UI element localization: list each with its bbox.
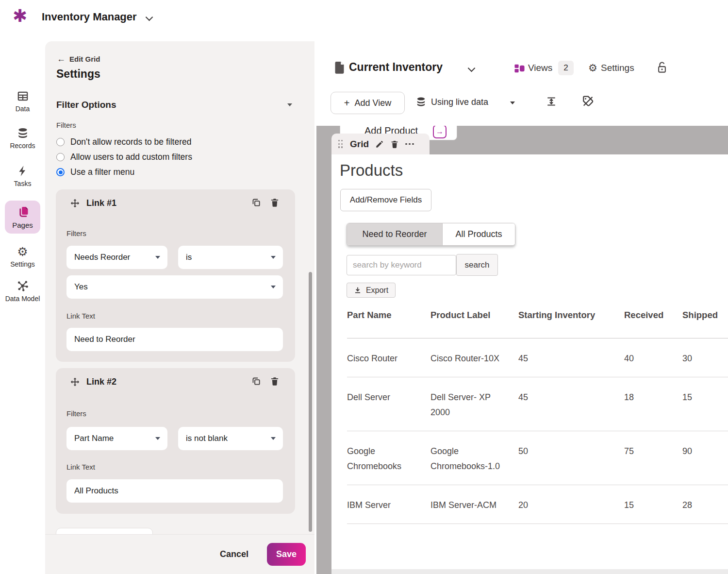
field-select[interactable]: Needs Reorder (66, 246, 167, 269)
table-cell: 40 (624, 351, 682, 366)
sidebar-item-label: Settings (0, 260, 45, 268)
add-remove-fields-button[interactable]: Add/Remove Fields (340, 189, 431, 211)
gear-icon: ⚙ (588, 61, 597, 75)
search-input[interactable] (347, 255, 456, 275)
hide-tag-icon[interactable] (581, 95, 595, 108)
table-cell: 15 (682, 390, 711, 420)
database-icon (17, 127, 29, 139)
radio-option-custom-filters[interactable]: Allow users to add custom filters (56, 152, 192, 162)
chevron-down-icon (155, 437, 160, 440)
table-cell: 28 (682, 498, 711, 513)
table-row: Cisco RouterCisco Router-10X454030 (347, 338, 728, 377)
sidebar-item-label: Data Model (0, 295, 45, 303)
link-text-label: Link Text (66, 312, 95, 320)
table-body: Cisco RouterCisco Router-10X454030Dell S… (347, 338, 728, 524)
collapse-caret-icon[interactable] (287, 103, 292, 106)
sidebar-item-pages[interactable]: Pages (5, 201, 40, 234)
radio-icon (56, 153, 65, 161)
radio-option-no-filter[interactable]: Don't allow records to be filtered (56, 137, 191, 147)
save-button[interactable]: Save (267, 543, 306, 566)
chevron-down-icon (155, 256, 160, 259)
panel-footer: Cancel Save (45, 534, 314, 574)
column-header: Product Label (430, 310, 518, 321)
radio-option-filter-menu[interactable]: Use a filter menu (56, 167, 134, 177)
unlock-icon[interactable] (657, 61, 667, 74)
download-icon (354, 287, 362, 294)
trash-icon[interactable] (270, 198, 280, 207)
header-settings-button[interactable]: Settings (601, 63, 634, 73)
app-logo-asterisk-icon[interactable]: ✱ (13, 6, 27, 26)
database-icon (415, 96, 427, 107)
edit-pencil-icon[interactable] (375, 140, 384, 149)
sidebar-item-tasks[interactable]: Tasks (0, 165, 45, 187)
back-label: Edit Grid (69, 55, 100, 63)
duplicate-icon[interactable] (251, 376, 261, 386)
data-source-selector[interactable]: Using live data (431, 97, 488, 107)
value-select[interactable]: Yes (66, 275, 283, 299)
operator-select[interactable]: is (178, 246, 283, 269)
link-card-title: Link #2 (86, 377, 116, 387)
table-cell: 18 (624, 390, 682, 420)
more-options-icon[interactable] (405, 143, 414, 145)
chevron-down-icon[interactable] (510, 101, 515, 104)
link-card-1: Link #1 Filters Needs Reorder is Yes Lin… (56, 189, 295, 362)
chevron-down-icon[interactable] (146, 14, 153, 21)
link-text-input[interactable] (66, 328, 283, 351)
duplicate-icon[interactable] (251, 198, 261, 207)
pages-icon (16, 205, 30, 219)
page-title[interactable]: Current Inventory (349, 61, 443, 74)
cancel-button[interactable]: Cancel (220, 549, 248, 559)
move-icon[interactable] (70, 199, 80, 208)
back-arrow-icon: ← (57, 54, 66, 64)
chevron-down-icon[interactable] (468, 65, 476, 72)
field-select[interactable]: Part Name (66, 427, 167, 450)
block-bottom-edge (331, 569, 728, 574)
drag-handle-icon[interactable] (338, 140, 344, 148)
gear-icon: ⚙ (0, 245, 45, 258)
row-height-icon[interactable] (546, 96, 557, 107)
link-text-input[interactable] (66, 479, 283, 503)
trash-icon[interactable] (390, 140, 399, 149)
nav-sidebar: Data Records Tasks Pages ⚙ Settings Data… (0, 41, 45, 574)
table-cell: 90 (682, 444, 711, 474)
top-bar: ✱ Inventory Manager (0, 0, 728, 41)
chevron-down-icon (271, 256, 276, 259)
filter-tabs: Need to Reorder All Products (347, 223, 515, 246)
export-button[interactable]: Export (347, 283, 396, 298)
link-text-label: Link Text (66, 463, 95, 471)
sidebar-item-records[interactable]: Records (0, 127, 45, 150)
sidebar-item-data-model[interactable]: Data Model (0, 279, 45, 303)
table-row: Google ChromebooksGoogle Chromebooks-1.0… (347, 431, 728, 485)
table-row: IBM ServerIBM Server-ACM201528 (347, 485, 728, 524)
search-button[interactable]: search (456, 254, 498, 276)
operator-select[interactable]: is not blank (178, 427, 283, 450)
tab-need-to-reorder[interactable]: Need to Reorder (347, 223, 442, 245)
tab-all-products[interactable]: All Products (442, 223, 515, 245)
table-cell: 50 (518, 444, 624, 474)
card-filters-label: Filters (66, 229, 86, 237)
table-cell: 20 (518, 498, 624, 513)
app-title[interactable]: Inventory Manager (42, 11, 137, 23)
add-view-button[interactable]: + Add View (331, 92, 405, 114)
table-header-row: Part Name Product Label Starting Invento… (347, 310, 728, 338)
panel-scrollbar[interactable] (309, 272, 312, 532)
panel-title: Settings (56, 68, 100, 81)
radio-icon (56, 168, 65, 176)
views-button[interactable]: Views (528, 63, 552, 73)
trash-icon[interactable] (270, 376, 280, 386)
sidebar-item-settings[interactable]: ⚙ Settings (0, 245, 45, 268)
link-card-2: Link #2 Filters Part Name is not blank L… (56, 368, 295, 514)
sidebar-item-data[interactable]: Data (0, 90, 45, 113)
editor-canvas: Add Product → Grid Products Add/Remove F… (316, 126, 728, 574)
table-cell: Dell Server- XP 2000 (430, 390, 518, 420)
filter-options-heading: Filter Options (56, 100, 116, 110)
column-header: Shipped (682, 310, 711, 321)
grid-block-chip[interactable]: Grid (331, 134, 430, 154)
chevron-down-icon (271, 286, 276, 288)
views-icon (514, 63, 525, 74)
filters-label: Filters (56, 121, 76, 129)
back-link[interactable]: ← Edit Grid (57, 54, 100, 64)
table-cell: IBM Server (347, 498, 430, 513)
table-row: Dell ServerDell Server- XP 2000451815 (347, 377, 728, 431)
move-icon[interactable] (70, 377, 80, 387)
